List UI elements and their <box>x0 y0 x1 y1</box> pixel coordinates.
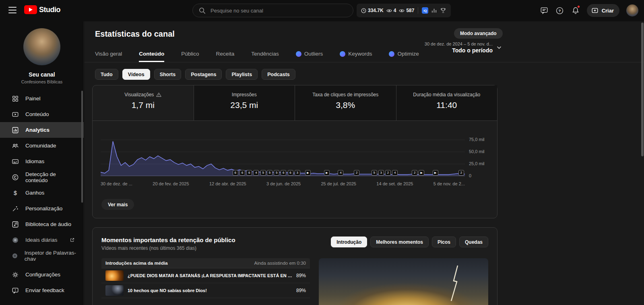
ver-mais-button[interactable]: Ver mais <box>101 199 134 210</box>
sidebar-item-biblioteca-de-audio[interactable]: Biblioteca de áudio <box>0 216 84 232</box>
video-marker[interactable]: 5 <box>372 170 377 176</box>
metric-ctr[interactable]: Taxa de cliques de impressões 3,8% <box>295 85 396 120</box>
table-row[interactable]: ¿PUEDE DIOS MATAR A SATANÁS ¡LA RESPUEST… <box>101 268 310 283</box>
y-axis-label: 75,0 mil <box>469 137 497 142</box>
chip-shorts[interactable]: Shorts <box>154 69 182 80</box>
sidebar-item-personalizacao[interactable]: Personalização <box>0 201 84 216</box>
content-type-filters: Tudo Vídeos Shorts Postagens Playlists P… <box>85 62 644 80</box>
sidebar-item-idiomas[interactable]: Idiomas <box>0 154 84 169</box>
sidebar-item-comunidade[interactable]: Comunidade <box>0 138 84 154</box>
video-marker[interactable]: 6 <box>281 170 286 176</box>
metric-impressoes[interactable]: Impressões 23,5 mi <box>194 85 295 120</box>
sidebar-item-conteudo[interactable]: Conteúdo <box>0 106 84 122</box>
create-plus-icon <box>591 7 599 14</box>
tab-outliers[interactable]: Outliers <box>296 51 323 62</box>
settings-icon <box>12 271 19 278</box>
sidebar-item-label: Ideais diárias <box>25 237 58 243</box>
metric-visualizacoes[interactable]: Visualizações 1,7 mi <box>93 85 194 120</box>
sidebar-item-deteccao-de-conteudo[interactable]: Detecção de conteúdo <box>0 169 84 185</box>
tab-tendencias[interactable]: Tendências <box>251 51 279 62</box>
date-range-selector[interactable]: 30 de dez. de 2024 – 5 de nov. d... Todo… <box>418 41 502 54</box>
video-marker[interactable]: 3 <box>295 170 300 176</box>
vidiq-badge-icon <box>340 51 345 57</box>
video-marker[interactable]: 6 <box>246 170 252 176</box>
video-marker-play-icon[interactable]: ▶ <box>324 170 330 176</box>
help-icon[interactable]: ? <box>555 6 564 15</box>
video-marker[interactable]: 6 <box>288 170 293 176</box>
button-quedas[interactable]: Quedas <box>459 237 488 247</box>
tab-optimize[interactable]: Optimize <box>389 51 419 62</box>
button-introducao[interactable]: Introdução <box>331 237 367 247</box>
retention-percent: 89% <box>296 288 306 293</box>
video-marker-play-icon[interactable]: ▶ <box>305 170 311 176</box>
sidebar: Seu canal Confesiones Bíblicas Painel Co… <box>0 21 84 305</box>
video-marker[interactable]: 6 <box>233 170 238 176</box>
trend-line-chart[interactable] <box>101 122 465 176</box>
video-marker[interactable]: 5 <box>274 170 279 176</box>
button-melhores-momentos[interactable]: Melhores momentos <box>370 237 429 247</box>
send-feedback-icon <box>12 287 19 294</box>
search-input[interactable] <box>192 4 353 17</box>
tab-receita[interactable]: Receita <box>216 51 235 62</box>
channel-header[interactable]: Seu canal Confesiones Bíblicas <box>0 21 84 84</box>
sidebar-item-label: Conteúdo <box>25 111 49 117</box>
video-marker[interactable]: 2 <box>412 170 417 176</box>
chart-icon[interactable] <box>431 8 437 14</box>
menu-icon[interactable] <box>8 7 17 13</box>
notifications-icon[interactable] <box>571 6 580 15</box>
sidebar-item-configuracoes[interactable]: Configurações <box>0 267 84 282</box>
video-marker[interactable]: 2 <box>458 170 464 176</box>
chip-tudo[interactable]: Tudo <box>95 69 118 80</box>
advanced-mode-button[interactable]: Modo avançado <box>454 28 503 39</box>
chip-podcasts[interactable]: Podcasts <box>262 69 295 80</box>
video-marker[interactable]: 3 <box>378 170 384 176</box>
chip-postagens[interactable]: Postagens <box>185 69 222 80</box>
clock-icon <box>361 8 366 13</box>
sidebar-item-label: Painel <box>25 95 41 102</box>
table-row[interactable]: 10 hechos que NO sabías sobre Dios! 89% <box>101 283 310 298</box>
main-scrollbar[interactable] <box>641 23 644 156</box>
video-marker[interactable]: 4 <box>338 170 343 176</box>
x-axis-label: 30 de dez. de ... <box>101 181 132 186</box>
create-button[interactable]: Criar <box>587 4 619 17</box>
studio-logo[interactable]: Studio <box>24 5 60 14</box>
subtitles-icon <box>12 158 19 165</box>
trophy-icon[interactable] <box>440 7 446 14</box>
video-marker[interactable]: 2 <box>354 170 359 176</box>
video-marker-play-icon[interactable]: ▶ <box>419 170 424 176</box>
video-marker[interactable]: 5 <box>267 170 272 176</box>
date-range-text: 30 de dez. de 2024 – 5 de nov. d... <box>418 41 493 46</box>
vidiq-logo-icon[interactable]: iQ <box>422 7 428 14</box>
sidebar-item-analytics[interactable]: Analytics <box>0 122 84 138</box>
video-marker-play-icon[interactable]: ▶ <box>433 170 438 176</box>
tab-visao-geral[interactable]: Visão geral <box>95 51 122 62</box>
video-marker[interactable]: 6 <box>239 170 245 176</box>
sidebar-scrollbar[interactable] <box>81 91 83 203</box>
svg-text:?: ? <box>559 8 561 13</box>
chip-playlists[interactable]: Playlists <box>226 69 258 80</box>
metric-duracao-media[interactable]: Duração média da visualização 11:40 <box>396 85 497 120</box>
feedback-comment-icon[interactable] <box>540 6 549 15</box>
channel-avatar[interactable] <box>23 28 60 65</box>
chip-videos[interactable]: Vídeos <box>122 69 150 80</box>
sidebar-item-inspetor-de-palavras-chave[interactable]: Inspetor de Palavras-chav <box>0 248 84 264</box>
video-marker[interactable]: 4 <box>392 170 398 176</box>
sidebar-item-ganhos[interactable]: $ Ganhos <box>0 185 84 201</box>
video-thumbnail <box>105 270 124 281</box>
metrics-chart-card: Visualizações 1,7 mi Impressões 23,5 mi … <box>92 85 497 218</box>
retention-title: Momentos importantes da retenção de públ… <box>101 237 331 243</box>
video-marker[interactable]: 4 <box>253 170 259 176</box>
video-marker[interactable]: 5 <box>260 170 266 176</box>
y-axis-label: 25,0 mil <box>469 161 497 166</box>
sidebar-item-enviar-feedback[interactable]: Enviar feedback <box>0 282 84 298</box>
video-marker[interactable]: 2 <box>385 170 391 176</box>
tab-publico[interactable]: Público <box>181 51 199 62</box>
video-preview-thumbnail[interactable] <box>319 258 488 305</box>
sidebar-item-painel[interactable]: Painel <box>0 91 84 106</box>
account-avatar[interactable] <box>626 4 638 17</box>
sidebar-item-ideais-diarias[interactable]: Ideais diárias <box>0 232 84 248</box>
tab-keywords[interactable]: Keywords <box>340 51 372 62</box>
video-thumbnail <box>105 285 124 296</box>
button-picos[interactable]: Picos <box>432 237 456 247</box>
tab-conteudo[interactable]: Conteúdo <box>139 51 164 62</box>
